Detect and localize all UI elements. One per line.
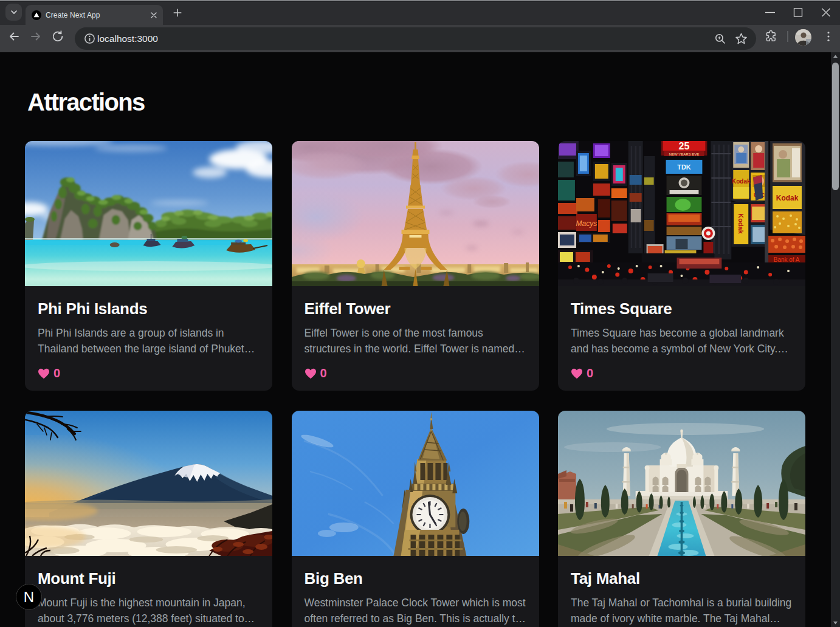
svg-text:Kodak: Kodak bbox=[732, 178, 751, 185]
svg-text:25: 25 bbox=[679, 141, 690, 151]
svg-text:Macys: Macys bbox=[576, 219, 597, 228]
svg-text:TDK: TDK bbox=[677, 163, 691, 171]
svg-text:Kodak: Kodak bbox=[776, 194, 799, 202]
svg-text:Kodak: Kodak bbox=[737, 213, 745, 234]
svg-text:Bank of A: Bank of A bbox=[774, 256, 800, 263]
svg-text:NEW YEARS EVE: NEW YEARS EVE bbox=[669, 152, 699, 156]
